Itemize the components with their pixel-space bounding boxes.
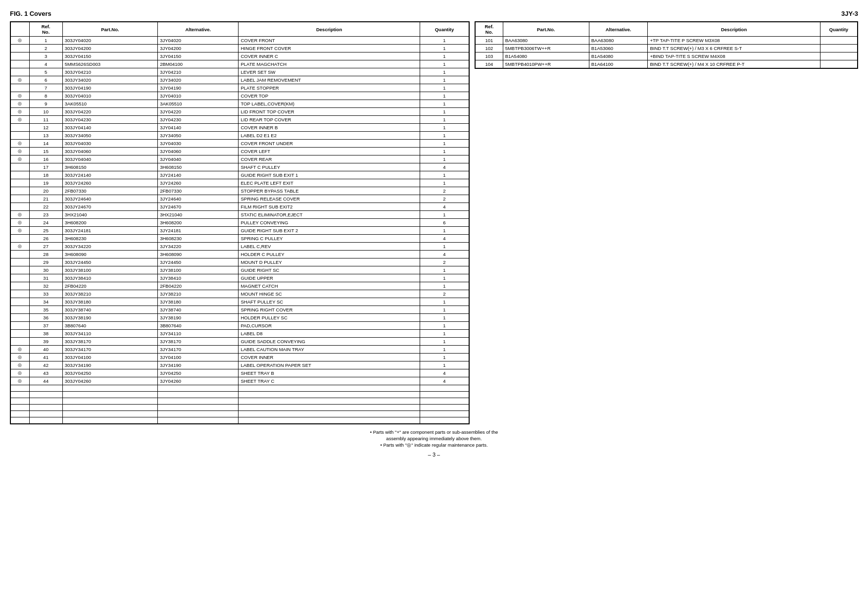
right-table-row: 104 5MBTPB4010PW++R B1A64100 BIND T.T SC… [476, 60, 858, 68]
left-alt-cell: 3JY04250 [158, 369, 239, 377]
left-desc-cell: GUIDE SADDLE CONVEYING [239, 338, 420, 346]
left-ref-cell: 33 [29, 290, 62, 298]
left-qty-cell: 4 [420, 163, 469, 171]
left-desc-cell: LABEL CAUTION MAIN TRAY [239, 346, 420, 354]
left-part-cell: 303JY04140 [62, 124, 158, 132]
left-ref-cell: 24 [29, 219, 62, 227]
left-qty-cell: 4 [420, 235, 469, 243]
left-marker-cell [11, 235, 30, 243]
left-alt-cell: 3JY38210 [158, 290, 239, 298]
left-empty-row [11, 398, 469, 405]
left-desc-cell: GUIDE RIGHT SUB EXIT 2 [239, 227, 420, 235]
left-marker-cell [11, 84, 30, 92]
left-ref-cell: 41 [29, 354, 62, 361]
left-table-row: ◎ 27 303JY34220 3JY34220 LABEL C,REV 1 [11, 243, 469, 251]
left-marker-cell: ◎ [11, 108, 30, 116]
left-alt-header: Alternative. [158, 22, 239, 37]
right-alt-cell: B1A53060 [589, 45, 648, 52]
left-part-cell: 303JY04150 [62, 52, 158, 60]
left-part-cell: 303JY04060 [62, 148, 158, 155]
left-alt-cell: 3JY24140 [158, 171, 239, 179]
left-qty-cell: 1 [420, 211, 469, 219]
left-part-cell: 303JY34020 [62, 76, 158, 84]
left-marker-cell [11, 298, 30, 306]
left-ref-cell: 6 [29, 76, 62, 84]
left-desc-cell: ELEC PLATE LEFT EXIT [239, 179, 420, 187]
page-header: FIG. 1 Covers 3JY-3 [10, 10, 858, 17]
left-marker-cell [11, 179, 30, 187]
left-desc-cell: LABEL JAM REMOVEMENT [239, 76, 420, 84]
left-table-row: 38 303JY34110 3JY34110 LABEL D8 1 [11, 330, 469, 338]
left-marker-cell: ◎ [11, 369, 30, 377]
left-alt-cell: 3HX21040 [158, 211, 239, 219]
left-part-cell: 303JY04220 [62, 108, 158, 116]
left-desc-cell: SHEET TRAY C [239, 377, 420, 385]
left-part-cell: 303JY38170 [62, 338, 158, 346]
left-table-row: 26 3H608230 3H608230 SPRING C PULLEY 4 [11, 235, 469, 243]
right-part-cell: 5MBTPB4010PW++R [503, 60, 589, 68]
left-desc-cell: GUIDE RIGHT SUB EXIT 1 [239, 171, 420, 179]
left-qty-cell: 1 [420, 124, 469, 132]
left-qty-cell: 1 [420, 52, 469, 60]
left-marker-cell: ◎ [11, 37, 30, 45]
left-alt-cell: 3JY24670 [158, 203, 239, 211]
left-ref-cell: 25 [29, 227, 62, 235]
left-qty-cell: 4 [420, 369, 469, 377]
left-table-row: 2 303JY04200 3JY04200 HINGE FRONT COVER … [11, 45, 469, 52]
left-table-row: 19 303JY24260 3JY24260 ELEC PLATE LEFT E… [11, 179, 469, 187]
left-table-row: ◎ 23 3HX21040 3HX21040 STATIC ELIMINATOR… [11, 211, 469, 219]
left-alt-cell: 3JY04190 [158, 84, 239, 92]
left-part-cell: 303JY38100 [62, 266, 158, 274]
left-desc-cell: STATIC ELIMINATOR,EJECT [239, 211, 420, 219]
left-desc-cell: LABEL D8 [239, 330, 420, 338]
left-desc-cell: LABEL C,REV [239, 243, 420, 251]
left-part-cell: 303JY04030 [62, 140, 158, 148]
right-qty-header: Quantity [820, 22, 857, 37]
left-desc-cell: PLATE MAGCHATCH [239, 60, 420, 68]
left-marker-header [11, 22, 30, 37]
left-marker-cell: ◎ [11, 211, 30, 219]
left-marker-cell: ◎ [11, 76, 30, 84]
left-ref-cell: 12 [29, 124, 62, 132]
left-ref-cell: 21 [29, 195, 62, 203]
left-part-cell: 303JY38210 [62, 290, 158, 298]
left-qty-cell: 1 [420, 100, 469, 108]
left-part-header: Part.No. [62, 22, 158, 37]
left-desc-cell: MAGNET CATCH [239, 282, 420, 290]
left-alt-cell: 3JY34110 [158, 330, 239, 338]
left-ref-cell: 8 [29, 92, 62, 100]
left-marker-cell [11, 68, 30, 76]
left-qty-cell: 1 [420, 171, 469, 179]
left-ref-cell: 44 [29, 377, 62, 385]
left-table-row: ◎ 44 303JY04260 3JY04260 SHEET TRAY C 4 [11, 377, 469, 385]
left-ref-cell: 9 [29, 100, 62, 108]
left-ref-cell: 18 [29, 171, 62, 179]
footnotes: • Parts with "+" are component parts or … [10, 429, 858, 448]
left-empty-row [11, 411, 469, 417]
left-qty-cell: 1 [420, 306, 469, 314]
left-qty-cell: 1 [420, 45, 469, 52]
left-marker-cell [11, 258, 30, 266]
left-table-row: 29 303JY24450 3JY24450 MOUNT D PULLEY 2 [11, 258, 469, 266]
left-qty-cell: 1 [420, 322, 469, 330]
left-alt-cell: 3JY24450 [158, 258, 239, 266]
left-part-cell: 303JY38740 [62, 306, 158, 314]
left-marker-cell [11, 338, 30, 346]
left-ref-header: Ref.No. [29, 22, 62, 37]
left-ref-cell: 40 [29, 346, 62, 354]
left-table-row: 20 2FB07330 2FB07330 STOPPER BYPASS TABL… [11, 187, 469, 195]
left-table-row: 22 303JY24670 3JY24670 FILM RIGHT SUB EX… [11, 203, 469, 211]
left-alt-cell: 3JY04230 [158, 116, 239, 124]
footnote-line: • Parts with "◎" indicate regular mainte… [10, 442, 858, 448]
left-desc-cell: SPRING RIGHT COVER [239, 306, 420, 314]
left-table-row: ◎ 10 303JY04220 3JY04220 LID FRONT TOP C… [11, 108, 469, 116]
left-ref-cell: 14 [29, 140, 62, 148]
left-ref-cell: 10 [29, 108, 62, 116]
left-marker-cell [11, 45, 30, 52]
left-ref-cell: 28 [29, 251, 62, 258]
left-qty-cell: 1 [420, 346, 469, 354]
left-desc-cell: COVER FRONT UNDER [239, 140, 420, 148]
left-ref-cell: 1 [29, 37, 62, 45]
left-alt-cell: 3JY24260 [158, 179, 239, 187]
left-table-row: 35 303JY38740 3JY38740 SPRING RIGHT COVE… [11, 306, 469, 314]
